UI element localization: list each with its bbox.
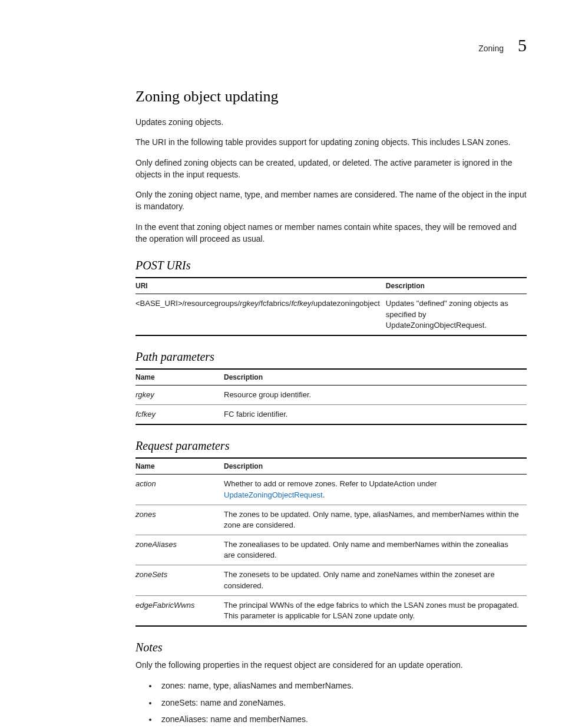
section-heading-path-params: Path parameters — [135, 350, 527, 364]
param-name: zoneAliases — [135, 535, 224, 565]
table-row: action Whether to add or remove zones. R… — [135, 475, 527, 505]
table-header-name: Name — [135, 369, 224, 386]
notes-intro: Only the following properties in the req… — [135, 659, 527, 671]
paragraph: The URI in the following table provides … — [135, 136, 527, 148]
link-update-zoning-object-request[interactable]: UpdateZoningObjectRequest — [224, 490, 323, 499]
param-description: Resource group identifier. — [224, 385, 527, 404]
page: Zoning 5 Zoning object updating Updates … — [0, 0, 562, 728]
uri-param: rgkey — [240, 299, 259, 308]
table-row: edgeFabricWwns The principal WWNs of the… — [135, 595, 527, 626]
table-header-name: Name — [135, 458, 224, 475]
param-description: Whether to add or remove zones. Refer to… — [224, 475, 527, 505]
table-header-description: Description — [224, 458, 527, 475]
table-row: zones The zones to be updated. Only name… — [135, 505, 527, 535]
table-row: zoneSets The zonesets to be updated. Onl… — [135, 565, 527, 595]
table-header-description: Description — [386, 278, 527, 294]
paragraph: Only defined zoning objects can be creat… — [135, 157, 527, 181]
table-header-description: Description — [224, 369, 527, 386]
section-heading-post-uris: POST URIs — [135, 259, 527, 272]
paragraph: In the event that zoning object names or… — [135, 221, 527, 245]
request-params-table: Name Description action Whether to add o… — [135, 457, 527, 627]
param-description: The zonealiases to be updated. Only name… — [224, 535, 527, 565]
section-heading-request-params: Request parameters — [135, 439, 527, 453]
table-row: rgkey Resource group identifier. — [135, 385, 527, 404]
paragraph: Updates zoning objects. — [135, 116, 527, 128]
param-description: The principal WWNs of the edge fabrics t… — [224, 595, 527, 626]
param-name: rgkey — [135, 385, 224, 404]
uri-text: <BASE_URI>/resourcegroups/ — [135, 299, 240, 308]
description-cell: Updates "defined" zoning objects as spec… — [386, 294, 527, 335]
list-item: zoneSets: name and zoneNames. — [158, 696, 527, 709]
table-row: zoneAliases The zonealiases to be update… — [135, 535, 527, 565]
param-description: The zones to be updated. Only name, type… — [224, 505, 527, 535]
paragraph: Only the zoning object name, type, and m… — [135, 189, 527, 213]
chapter-number: 5 — [518, 35, 527, 55]
page-header: Zoning 5 — [35, 35, 527, 55]
desc-text: . — [323, 490, 325, 499]
param-name: fcfkey — [135, 405, 224, 425]
uri-param: fcfkey — [291, 299, 311, 308]
notes-list: zones: name, type, aliasNames and member… — [135, 679, 527, 726]
list-item: zoneAliases: name and memberNames. — [158, 713, 527, 726]
list-item: zones: name, type, aliasNames and member… — [158, 679, 527, 692]
param-name: zoneSets — [135, 565, 224, 595]
param-name: action — [135, 475, 224, 505]
page-title: Zoning object updating — [135, 88, 527, 106]
uri-text: /updatezoningobject — [311, 299, 379, 308]
param-description: FC fabric identifier. — [224, 405, 527, 425]
section-heading-notes: Notes — [135, 641, 527, 654]
table-header-uri: URI — [135, 278, 386, 294]
uri-text: /fcfabrics/ — [259, 299, 292, 308]
content-area: Zoning object updating Updates zoning ob… — [135, 88, 527, 726]
path-params-table: Name Description rgkey Resource group id… — [135, 368, 527, 425]
param-name: zones — [135, 505, 224, 535]
section-label: Zoning — [478, 44, 504, 53]
post-uris-table: URI Description <BASE_URI>/resourcegroup… — [135, 277, 527, 336]
param-name: edgeFabricWwns — [135, 595, 224, 626]
desc-text: Whether to add or remove zones. Refer to… — [224, 479, 437, 488]
table-row: <BASE_URI>/resourcegroups/rgkey/fcfabric… — [135, 294, 527, 335]
param-description: The zonesets to be updated. Only name an… — [224, 565, 527, 595]
table-row: fcfkey FC fabric identifier. — [135, 405, 527, 425]
uri-cell: <BASE_URI>/resourcegroups/rgkey/fcfabric… — [135, 294, 386, 335]
